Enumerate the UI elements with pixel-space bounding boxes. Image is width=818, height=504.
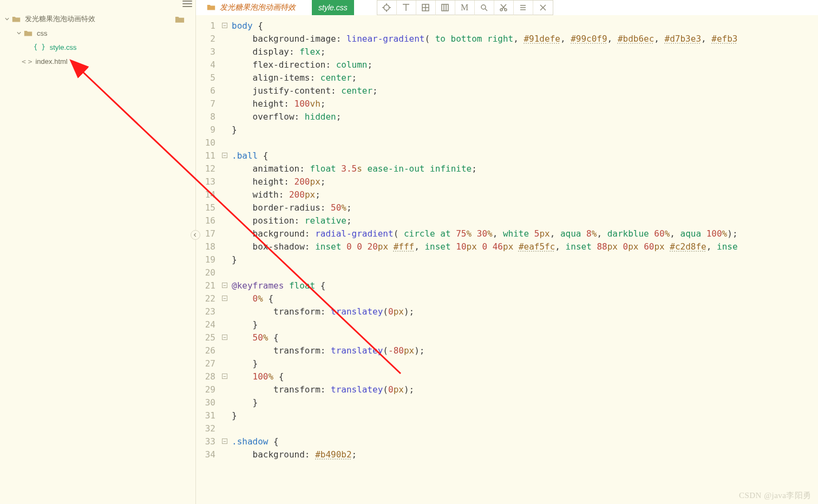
code-editor[interactable]: 1−234567891011−12131415161718192021−22−2… [196,15,818,504]
folder-icon [207,3,215,12]
fold-toggle-icon[interactable]: − [222,438,227,444]
file-index-html-row[interactable]: < > index.html [0,54,195,68]
tab-label: 发光糖果泡泡动画特效 [220,3,296,12]
chevron-down-icon [16,30,22,36]
fold-toggle-icon[interactable]: − [222,283,227,288]
folder-label: css [37,29,48,37]
line-gutter: 1−234567891011−12131415161718192021−22−2… [196,15,220,504]
project-root-row[interactable]: 发光糖果泡泡动画特效 [0,12,195,26]
file-label: index.html [35,57,67,66]
fold-toggle-icon[interactable]: − [222,23,227,28]
file-label: style.css [50,43,77,51]
sidebar-menu-icon[interactable] [182,0,192,8]
chevron-down-icon [4,16,10,22]
sidebar-collapse-handle[interactable] [191,230,200,240]
css-file-icon: { } [34,43,45,51]
editor-panel: 发光糖果泡泡动画特效 style.css M 1−234567891011−12… [196,0,818,504]
crosshair-icon[interactable] [377,1,397,15]
fold-toggle-icon[interactable]: − [222,335,227,340]
align-top-icon[interactable] [397,1,416,15]
search-icon[interactable] [475,1,494,15]
folder-icon [12,15,21,23]
project-name-label: 发光糖果泡泡动画特效 [25,14,95,24]
editor-tabbar: 发光糖果泡泡动画特效 style.css M [196,0,818,15]
watermark-label: CSDN @java李阳勇 [739,490,812,501]
tab-label: style.css [318,3,348,12]
svg-point-0 [384,5,389,10]
scissors-icon[interactable] [494,1,514,15]
folder-css-row[interactable]: css [0,26,195,40]
columns-icon[interactable] [436,1,455,15]
tab-project-folder[interactable]: 发光糖果泡泡动画特效 [207,0,296,15]
folder-icon [24,29,32,37]
file-explorer: 发光糖果泡泡动画特效 css { } style.css < > index.h… [0,0,196,504]
editor-toolbar: M [377,0,553,15]
html-file-icon: < > [22,57,31,66]
svg-point-13 [481,5,486,9]
file-style-css-row[interactable]: { } style.css [0,40,195,54]
code-content[interactable]: body { background-image: linear-gradient… [232,15,818,504]
list-icon[interactable] [514,1,533,15]
fold-toggle-icon[interactable]: − [222,374,227,379]
svg-line-14 [485,9,487,11]
markdown-icon[interactable]: M [455,1,475,15]
grid-icon[interactable] [416,1,436,15]
folder-icon [175,15,185,23]
tab-style-css[interactable]: style.css [312,0,354,15]
fold-toggle-icon[interactable]: − [222,296,227,301]
fold-toggle-icon[interactable]: − [222,153,227,158]
close-icon[interactable] [533,1,553,15]
svg-rect-10 [442,4,448,11]
